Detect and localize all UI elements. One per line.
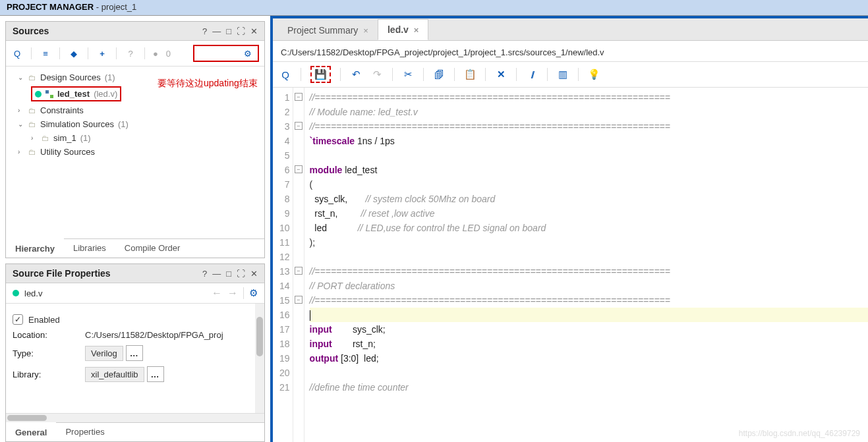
library-label: Library: [13, 370, 85, 379]
search-icon[interactable]: Q [11, 49, 23, 59]
editor-tabs: Project Summary × led.v × [273, 18, 868, 41]
maximize-icon[interactable]: ⛶ [237, 26, 245, 36]
chevron-down-icon[interactable]: ⌄ [18, 74, 24, 81]
chevron-right-icon[interactable]: › [31, 134, 38, 142]
folder-icon: 🗀 [28, 120, 36, 129]
tree-sim-1[interactable]: › 🗀 sim_1 (1) [9, 131, 262, 145]
vertical-scrollbar[interactable] [255, 304, 264, 413]
code-editor[interactable]: 123456789101112131415161718192021 −−−−− … [273, 88, 868, 442]
help-icon[interactable]: ? [202, 26, 207, 36]
sources-panel: Sources ? — □ ⛶ ✕ Q ≡ ◆ + ? [5, 21, 265, 258]
tab-project-summary[interactable]: Project Summary × [278, 20, 378, 40]
folder-icon: 🗀 [28, 73, 36, 82]
fold-toggle-icon[interactable]: − [295, 165, 303, 173]
status-dot-icon: ● [153, 49, 158, 59]
enabled-checkbox[interactable]: ✓ [13, 314, 23, 325]
collapse-icon[interactable]: ≡ [40, 49, 51, 59]
editor-toolbar: Q 💾 ↶ ↷ ✂ 🗐 📋 ✕ // ▥ 💡 [273, 61, 868, 88]
close-icon[interactable]: ✕ [250, 269, 258, 279]
tab-led-v[interactable]: led.v × [378, 19, 429, 40]
annotation-text: 要等待这边updating结束 [158, 78, 258, 90]
save-highlight: 💾 [310, 66, 331, 83]
project-name: - project_1 [96, 2, 136, 12]
window-titlebar: PROJECT MANAGER - project_1 [0, 0, 868, 16]
tab-general[interactable]: General [6, 422, 56, 441]
location-value: C:/Users/11582/Desktop/FPGA_proj [85, 330, 258, 340]
folder-icon: 🗀 [42, 134, 49, 143]
type-browse-button[interactable]: … [126, 345, 143, 361]
module-dot-icon [35, 91, 42, 97]
sources-tree: ⌄ 🗀 Design Sources (1) led_test (led.v) … [6, 67, 264, 238]
hierarchy-icon [45, 90, 53, 98]
fold-toggle-icon[interactable]: − [295, 122, 303, 130]
fold-toggle-icon[interactable]: − [295, 93, 303, 101]
file-path: C:/Users/11582/Desktop/FPGA_project/proj… [273, 41, 868, 61]
undo-icon[interactable]: ↶ [350, 69, 362, 80]
forward-icon[interactable]: → [227, 287, 238, 299]
minimize-icon[interactable]: — [212, 269, 221, 279]
close-tab-icon[interactable]: × [363, 26, 368, 36]
location-label: Location: [13, 330, 85, 340]
tab-libraries[interactable]: Libraries [64, 239, 115, 258]
props-title: Source File Properties [13, 268, 111, 279]
bulb-icon[interactable]: 💡 [588, 69, 600, 80]
close-icon[interactable]: ✕ [250, 26, 258, 36]
tab-hierarchy[interactable]: Hierarchy [6, 238, 64, 258]
copy-icon[interactable]: 🗐 [433, 69, 445, 80]
library-browse-button[interactable]: … [147, 366, 164, 382]
type-combobox[interactable]: Verilog [85, 346, 123, 361]
gear-icon[interactable]: ⚙ [249, 287, 258, 299]
fold-column[interactable]: −−−−− [293, 88, 304, 442]
tree-simulation-sources[interactable]: ⌄ 🗀 Simulation Sources (1) [9, 117, 262, 131]
file-name: led.v [24, 289, 42, 298]
chevron-right-icon[interactable]: › [18, 148, 24, 155]
properties-panel: Source File Properties ? — □ ⛶ ✕ led.v ←… [5, 263, 265, 442]
library-combobox[interactable]: xil_defaultlib [85, 367, 144, 382]
enabled-label: Enabled [28, 315, 60, 325]
redo-icon[interactable]: ↷ [371, 69, 383, 80]
restore-icon[interactable]: □ [226, 269, 231, 279]
paste-icon[interactable]: 📋 [464, 69, 476, 80]
tab-properties[interactable]: Properties [56, 423, 113, 441]
maximize-icon[interactable]: ⛶ [237, 269, 245, 279]
minimize-icon[interactable]: — [212, 26, 221, 36]
fold-toggle-icon[interactable]: − [295, 296, 303, 304]
cut-icon[interactable]: ✂ [402, 69, 414, 80]
settings-gear-highlight: ⚙ [193, 45, 259, 62]
led-test-highlight: led_test (led.v) [31, 86, 121, 101]
line-gutter: 123456789101112131415161718192021 [273, 88, 293, 442]
tree-constraints[interactable]: › 🗀 Constraints [9, 103, 262, 117]
expand-icon[interactable]: ◆ [68, 49, 80, 59]
tree-utility-sources[interactable]: › 🗀 Utility Sources [9, 145, 262, 159]
watermark: https://blog.csdn.net/qq_46239729 [739, 429, 860, 438]
app-name: PROJECT MANAGER [7, 2, 94, 12]
search-icon[interactable]: Q [279, 69, 291, 80]
module-dot-icon [13, 290, 19, 296]
status-count: 0 [166, 49, 171, 59]
fold-toggle-icon[interactable]: − [295, 267, 303, 275]
columns-icon[interactable]: ▥ [557, 69, 569, 80]
folder-icon: 🗀 [28, 148, 36, 157]
type-label: Type: [13, 348, 85, 358]
restore-icon[interactable]: □ [226, 26, 231, 36]
chevron-down-icon[interactable]: ⌄ [18, 121, 24, 128]
code-lines[interactable]: //======================================… [304, 88, 868, 442]
chevron-right-icon[interactable]: › [18, 107, 24, 114]
delete-icon[interactable]: ✕ [495, 69, 507, 80]
gear-icon[interactable]: ⚙ [242, 49, 254, 59]
add-icon[interactable]: + [96, 49, 108, 59]
close-tab-icon[interactable]: × [414, 25, 419, 35]
help-icon[interactable]: ? [202, 269, 207, 279]
folder-icon: 🗀 [28, 106, 36, 115]
save-icon[interactable]: 💾 [314, 69, 327, 80]
comment-icon[interactable]: // [526, 69, 538, 80]
back-icon[interactable]: ← [212, 287, 222, 299]
horizontal-scrollbar[interactable] [6, 413, 264, 422]
tab-compile-order[interactable]: Compile Order [115, 239, 190, 258]
question-icon[interactable]: ? [125, 49, 136, 59]
sources-title: Sources [13, 26, 49, 36]
